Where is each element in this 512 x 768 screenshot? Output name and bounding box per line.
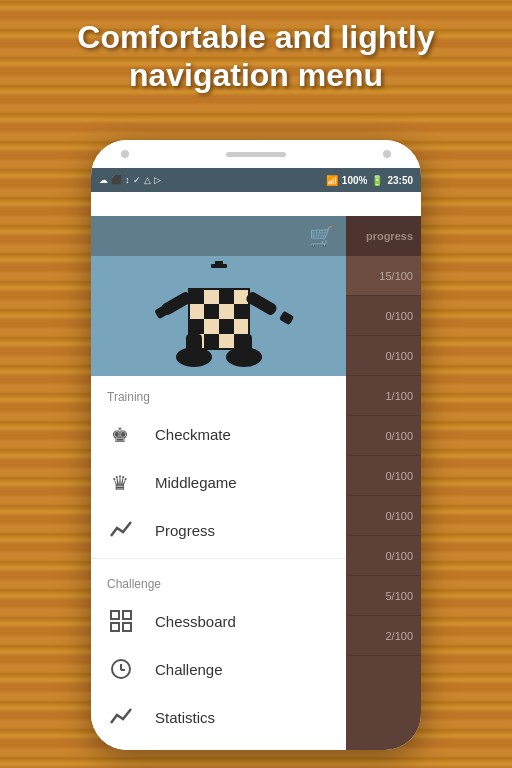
status-right: 📶 100% 🔋 23:50 [326, 175, 413, 186]
front-camera [121, 150, 129, 158]
check-icon: ✓ [133, 175, 141, 185]
progress-item: 5/100 [345, 576, 421, 616]
svg-rect-5 [189, 289, 204, 304]
phone-dot [383, 150, 391, 158]
header-line1: Comfortable and lightly [77, 19, 434, 55]
svg-rect-7 [204, 304, 219, 319]
progress-item: 1/100 [345, 376, 421, 416]
battery-percent: 100% [342, 175, 368, 186]
stats-icon [107, 703, 135, 731]
svg-rect-23 [111, 611, 119, 619]
progress-value: 0/100 [385, 510, 413, 522]
progress-item: 0/100 [345, 416, 421, 456]
progress-value: 1/100 [385, 390, 413, 402]
training-section-label: Training [91, 376, 346, 410]
progress-value: 0/100 [385, 310, 413, 322]
time-display: 23:50 [387, 175, 413, 186]
progress-value: 2/100 [385, 630, 413, 642]
king-icon: ♚ [107, 420, 135, 448]
navigation-drawer: 🛒 [91, 216, 346, 750]
grid-icon [107, 607, 135, 635]
header-line2: navigation menu [129, 57, 383, 93]
cloud-icon: ☁ [99, 175, 108, 185]
nav-statistics[interactable]: Statistics [91, 693, 346, 741]
progress-value: 0/100 [385, 430, 413, 442]
svg-rect-2 [217, 261, 221, 262]
svg-rect-11 [204, 334, 219, 349]
nav-middlegame[interactable]: ♛ Middlegame [91, 458, 346, 506]
nav-progress[interactable]: Progress [91, 506, 346, 554]
svg-rect-18 [186, 334, 202, 356]
challenge-section-label: Challenge [91, 563, 346, 597]
progress-item: 0/100 [345, 496, 421, 536]
checkmate-label: Checkmate [155, 426, 231, 443]
chess-logo-svg [139, 261, 299, 371]
image-icon: ⬛ [111, 175, 122, 185]
phone-frame: ☁ ⬛ ↕ ✓ △ ▷ 📶 100% 🔋 23:50 progress 15/1… [91, 140, 421, 750]
status-icons: ☁ ⬛ ↕ ✓ △ ▷ [99, 175, 161, 185]
chess-banner [91, 256, 346, 376]
chessboard-label: Chessboard [155, 613, 236, 630]
svg-rect-9 [189, 319, 204, 334]
progress-panel: progress 15/100 0/100 0/100 1/100 0/100 [345, 216, 421, 750]
trend-up-icon [107, 516, 135, 544]
svg-rect-25 [111, 623, 119, 631]
middlegame-label: Middlegame [155, 474, 237, 491]
statistics-label: Statistics [155, 709, 215, 726]
challenge-label: Challenge [155, 661, 223, 678]
svg-rect-24 [123, 611, 131, 619]
nav-divider [91, 558, 346, 559]
svg-rect-26 [123, 623, 131, 631]
progress-item: 0/100 [345, 456, 421, 496]
svg-rect-6 [219, 289, 234, 304]
app-bar: 🛒 [91, 216, 346, 256]
progress-item: 15/100 [345, 256, 421, 296]
svg-text:♛: ♛ [111, 472, 129, 494]
progress-item: 0/100 [345, 536, 421, 576]
svg-rect-20 [236, 334, 252, 356]
wifi-icon: 📶 [326, 175, 338, 186]
progress-label: progress [366, 230, 413, 242]
svg-rect-8 [234, 304, 249, 319]
progress-nav-label: Progress [155, 522, 215, 539]
progress-header: progress [345, 216, 421, 256]
nav-chessboard[interactable]: Chessboard [91, 597, 346, 645]
clock-icon [107, 655, 135, 683]
progress-value: 0/100 [385, 550, 413, 562]
sync-icon: ↕ [125, 175, 130, 185]
nav-challenge[interactable]: Challenge [91, 645, 346, 693]
progress-items: 15/100 0/100 0/100 1/100 0/100 0/100 [345, 256, 421, 656]
progress-item: 2/100 [345, 616, 421, 656]
phone-speaker [226, 152, 286, 157]
progress-value: 15/100 [379, 270, 413, 282]
progress-value: 5/100 [385, 590, 413, 602]
header-banner: Comfortable and lightly navigation menu [0, 18, 512, 95]
progress-item: 0/100 [345, 296, 421, 336]
nav-checkmate[interactable]: ♚ Checkmate [91, 410, 346, 458]
cart-icon[interactable]: 🛒 [309, 224, 334, 248]
svg-text:♚: ♚ [111, 424, 129, 446]
svg-rect-16 [278, 311, 293, 326]
queen-icon: ♛ [107, 468, 135, 496]
progress-value: 0/100 [385, 350, 413, 362]
battery-icon: 🔋 [371, 175, 383, 186]
svg-rect-10 [219, 319, 234, 334]
status-bar: ☁ ⬛ ↕ ✓ △ ▷ 📶 100% 🔋 23:50 [91, 168, 421, 192]
progress-item: 0/100 [345, 336, 421, 376]
phone-top [91, 140, 421, 168]
alert-icon: △ [144, 175, 151, 185]
play-icon: ▷ [154, 175, 161, 185]
progress-value: 0/100 [385, 470, 413, 482]
